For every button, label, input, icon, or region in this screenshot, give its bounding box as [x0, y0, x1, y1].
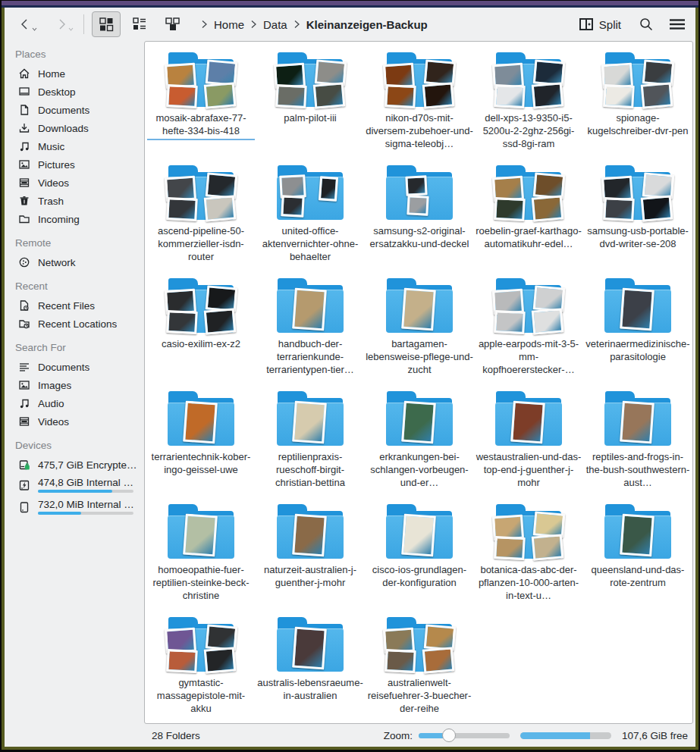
- sidebar-item-videos[interactable]: Videos: [12, 174, 140, 192]
- menu-button[interactable]: [667, 16, 688, 33]
- folder-item[interactable]: reptiles-and-frogs-in-the-bush-southwest…: [583, 388, 692, 501]
- sidebar-item-incoming[interactable]: Incoming: [12, 210, 140, 228]
- folder-thumbnails: [604, 165, 671, 220]
- sidebar-item-images[interactable]: Images: [12, 376, 140, 394]
- image-icon: [18, 158, 30, 171]
- sidebar-item-trash[interactable]: Trash: [12, 192, 140, 210]
- folder-item[interactable]: casio-exilim-ex-z2: [146, 275, 256, 388]
- sidebar-item-videos[interactable]: Videos: [12, 412, 140, 431]
- photo-thumbnail: [183, 514, 218, 557]
- folder-thumbnails: [277, 617, 344, 672]
- folder-item[interactable]: homoeopathie-fuer-reptilien-steinke-beck…: [146, 501, 256, 614]
- folder-item[interactable]: mosaik-abrafaxe-77-hefte-334-bis-418: [146, 49, 256, 162]
- sidebar-item-documents[interactable]: Documents: [12, 101, 140, 119]
- folder-icon: [277, 617, 344, 672]
- sidebar-item-474-8-gib-internal-dri-[interactable]: 474,8 GiB Internal Dri…: [12, 474, 140, 496]
- folder-item[interactable]: cisco-ios-grundlagen-der-konfiguration: [365, 501, 474, 614]
- sidebar-item-recent-locations[interactable]: Recent Locations: [12, 315, 140, 333]
- details-view-button[interactable]: [125, 11, 154, 37]
- folder-item[interactable]: roebelin-graef-karthago-automatikuhr-ede…: [474, 162, 583, 275]
- folder-item[interactable]: ascend-pipeline-50-kommerzieller-isdn-ro…: [146, 162, 256, 275]
- breadcrumb-item-kleinanzeigen-backup[interactable]: Kleinanzeigen-Backup: [302, 15, 432, 34]
- photo-thumbnail: [422, 82, 455, 108]
- breadcrumb-item-data[interactable]: Data: [259, 15, 292, 34]
- photo-thumbnail: [641, 82, 673, 108]
- photo-thumbnail: [204, 82, 237, 108]
- zoom-slider[interactable]: [419, 733, 510, 738]
- folder-item[interactable]: nikon-d70s-mit-diversem-zubehoer-und-sig…: [365, 49, 474, 162]
- folder-thumbnails: [604, 278, 671, 333]
- photo-thumbnail: [405, 175, 427, 196]
- folder-item[interactable]: naturzeit-australien-j-guenther-j-mohr: [256, 501, 365, 614]
- folder-icon: [386, 278, 453, 333]
- folder-item[interactable]: reptilienpraxis-rueschoff-birgit-christi…: [256, 388, 365, 501]
- sidebar-item-recent-files[interactable]: Recent Files: [12, 296, 140, 315]
- folder-label: homoeopathie-fuer-reptilien-steinke-beck…: [147, 563, 255, 603]
- sidebar-item-475-7-gib-encrypted-[interactable]: 475,7 GiB Encrypted …: [12, 456, 140, 474]
- photo-thumbnail: [166, 310, 198, 334]
- sidebar-item-audio[interactable]: Audio: [12, 394, 140, 412]
- icons-view-icon: [99, 17, 114, 32]
- folder-item[interactable]: spionage-kugelschreiber-dvr-pen: [583, 49, 692, 162]
- folder-thumbnails: [168, 617, 234, 672]
- section-title-recent: Recent: [15, 280, 140, 292]
- search-button[interactable]: [636, 14, 656, 34]
- forward-dropdown-caret-icon: [68, 27, 74, 31]
- status-bar: 28 Folders Zoom: 107,6 GiB free: [5, 724, 695, 747]
- photo-thumbnail: [510, 401, 545, 444]
- places-panel: PlacesHomeDesktopDocumentsDownloadsMusic…: [5, 41, 144, 724]
- sidebar-item-732-0-mib-internal-dri-[interactable]: 732,0 MiB Internal Dri…: [12, 496, 140, 518]
- photo-thumbnail: [641, 195, 673, 221]
- back-button[interactable]: [15, 15, 41, 34]
- free-space-label: 107,6 GiB free: [622, 730, 688, 741]
- folder-view[interactable]: mosaik-abrafaxe-77-hefte-334-bis-418palm…: [144, 41, 693, 724]
- sidebar-item-music[interactable]: Music: [12, 137, 140, 155]
- sidebar-item-label: Music: [38, 141, 64, 152]
- breadcrumb-separator-icon: [292, 20, 302, 29]
- folder-item[interactable]: erkrankungen-bei-schlangen-vorbeugen-und…: [365, 388, 474, 501]
- photo-thumbnail: [494, 197, 526, 221]
- zoom-slider-handle[interactable]: [442, 728, 456, 742]
- folder-item[interactable]: westaustralien-und-das-top-end-j-guenthe…: [474, 388, 583, 501]
- folder-item[interactable]: samsung-s2-original-ersatzakku-und-decke…: [365, 162, 474, 275]
- sidebar-item-downloads[interactable]: Downloads: [12, 119, 140, 137]
- photo-thumbnail: [422, 647, 455, 673]
- folder-item[interactable]: palm-pilot-iii: [256, 49, 365, 162]
- folder-item[interactable]: botanica-das-abc-der-pflanzen-10-000-art…: [474, 501, 583, 614]
- forward-button[interactable]: [52, 15, 77, 34]
- split-button[interactable]: Split: [574, 14, 626, 34]
- folder-item[interactable]: united-office-aktenvernichter-ohne-behae…: [256, 162, 365, 275]
- drive-plain-icon: [18, 501, 30, 513]
- icons-view-button[interactable]: [92, 11, 121, 37]
- tree-view-button[interactable]: [159, 11, 187, 37]
- folder-item[interactable]: australis-lebensraeume-in-australien: [256, 614, 365, 724]
- folder-thumbnails: [386, 278, 453, 333]
- photo-thumbnail: [603, 84, 635, 108]
- sidebar-item-home[interactable]: Home: [12, 64, 140, 83]
- dolphin-window: HomeDataKleinanzeigen-Backup Split: [5, 8, 695, 747]
- sidebar-item-pictures[interactable]: Pictures: [12, 155, 140, 174]
- folder-thumbnails: [386, 391, 453, 446]
- sidebar-item-documents[interactable]: Documents: [12, 358, 140, 376]
- music-icon: [18, 140, 30, 152]
- folder-item[interactable]: apple-earpods-mit-3-5-mm-kopfhoerersteck…: [474, 275, 583, 388]
- folder-item[interactable]: samsung-usb-portable-dvd-writer-se-208: [583, 162, 692, 275]
- folder-icon: [495, 504, 562, 559]
- folder-label: queensland-und-das-rote-zentrum: [584, 563, 692, 591]
- sidebar-item-network[interactable]: Network: [12, 253, 140, 271]
- photo-thumbnail: [494, 310, 526, 334]
- folder-item[interactable]: gymtastic-massagepistole-mit-akku: [146, 614, 256, 724]
- folder-item[interactable]: veterinaermedizinische-parasitologie: [583, 275, 692, 388]
- folder-item[interactable]: queensland-und-das-rote-zentrum: [583, 501, 692, 614]
- folder-label: cisco-ios-grundlagen-der-konfiguration: [366, 563, 473, 591]
- breadcrumb-item-home[interactable]: Home: [209, 15, 249, 34]
- photo-thumbnail: [204, 308, 237, 334]
- sidebar-item-desktop[interactable]: Desktop: [12, 83, 140, 101]
- folder-item[interactable]: handbuch-der-terrarienkunde-terrarientyp…: [256, 275, 365, 388]
- details-view-icon: [132, 17, 147, 32]
- folder-item[interactable]: bartagamen-lebensweise-pflege-und-zucht: [365, 275, 474, 388]
- folder-item[interactable]: dell-xps-13-9350-i5-5200u-2-2ghz-256gi-s…: [474, 49, 583, 162]
- item-count-label: 28 Folders: [152, 730, 200, 741]
- folder-item[interactable]: australienwelt-reisefuehrer-3-buecher-de…: [365, 614, 474, 724]
- folder-item[interactable]: terrarientechnik-kober-ingo-geissel-uwe: [146, 388, 256, 501]
